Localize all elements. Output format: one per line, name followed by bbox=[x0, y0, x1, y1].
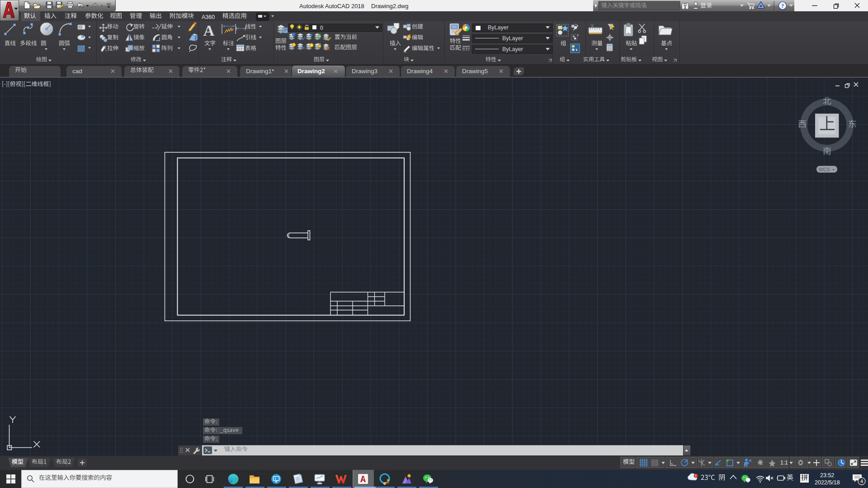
svg-text:1:1: 1:1 bbox=[780, 460, 788, 466]
svg-text:4: 4 bbox=[860, 479, 863, 484]
svg-text:?: ? bbox=[781, 2, 784, 9]
svg-text:A: A bbox=[203, 22, 215, 39]
